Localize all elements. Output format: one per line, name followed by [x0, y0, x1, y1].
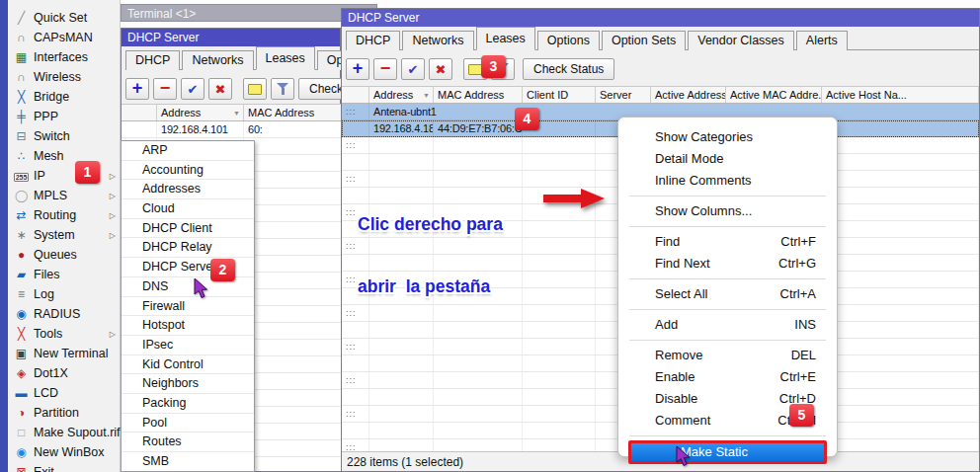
mesh-icon: ∴: [13, 150, 30, 162]
submenu-item-neighbors[interactable]: Neighbors: [122, 374, 254, 394]
submenu-item-cloud[interactable]: Cloud: [122, 199, 254, 219]
table-row[interactable]: 192.168.4.10160:: [122, 121, 342, 138]
column-header-client-id[interactable]: Client ID: [523, 87, 596, 103]
menu-item-remove[interactable]: RemoveDEL: [618, 345, 837, 366]
ip-submenu: ARPAccountingAddressesCloudDHCP ClientDH…: [121, 140, 255, 472]
tab-leases[interactable]: Leases: [256, 46, 315, 70]
sidebar-item-mesh[interactable]: ∴Mesh: [8, 146, 120, 166]
sidebar-item-log[interactable]: ≡Log: [8, 284, 120, 304]
sidebar-item-mpls[interactable]: ◯MPLS▷: [8, 186, 120, 205]
disable-button[interactable]: ✖: [429, 58, 452, 80]
submenu-item-dhcp-client[interactable]: DHCP Client: [122, 219, 254, 239]
sidebar-item-system[interactable]: ∗System▷: [8, 225, 120, 245]
column-header-active-mac-addre-[interactable]: Active MAC Addre...: [726, 87, 822, 103]
remove-button[interactable]: −: [153, 78, 177, 100]
submenu-item-kid-control[interactable]: Kid Control: [122, 355, 254, 375]
tab-options[interactable]: Options: [537, 31, 600, 50]
column-header-mac[interactable]: MAC Address: [244, 105, 342, 120]
menu-item-inline-comments[interactable]: Inline Comments: [618, 170, 837, 192]
column-header-label: Address: [373, 89, 413, 101]
sidebar-item-ppp[interactable]: ╪PPP: [8, 107, 120, 126]
window-titlebar[interactable]: DHCP Server: [342, 9, 979, 27]
empty-cell: [523, 255, 596, 271]
sidebar-item-queues[interactable]: ●Queues: [8, 245, 120, 265]
submenu-item-arp[interactable]: ARP: [122, 141, 254, 161]
column-header-address[interactable]: Address▼: [157, 105, 244, 120]
column-header-active-host-na-[interactable]: Active Host Na...: [822, 87, 979, 103]
menu-item-add[interactable]: AddINS: [618, 314, 837, 336]
sidebar-item-interfaces[interactable]: ▦Interfaces: [8, 47, 120, 67]
add-button[interactable]: +: [125, 78, 149, 100]
column-header-address[interactable]: Address▼: [369, 87, 434, 103]
tab-leases[interactable]: Leases: [476, 27, 535, 50]
enable-button[interactable]: ✔: [401, 58, 425, 80]
terminal-window-titlebar[interactable]: Terminal <1>: [121, 4, 377, 22]
menu-item-make-static[interactable]: Make Static: [628, 440, 827, 464]
column-header-handle[interactable]: [122, 105, 157, 120]
menu-item-show-categories[interactable]: Show Categories: [618, 126, 837, 148]
filter-button[interactable]: [271, 78, 294, 100]
menu-item-find-next[interactable]: Find NextCtrl+G: [618, 253, 837, 275]
mpls-icon: ◯: [13, 190, 30, 201]
menu-item-detail-mode[interactable]: Detail Mode: [618, 148, 837, 170]
sidebar-item-new-winbox[interactable]: ◉New WinBox: [8, 442, 120, 462]
add-button[interactable]: +: [346, 58, 369, 80]
column-header-active-address[interactable]: Active Address: [651, 87, 726, 103]
column-header-mac-address[interactable]: MAC Address: [434, 87, 523, 103]
ppp-icon: ╪: [13, 111, 30, 122]
sidebar-item-label: Queues: [30, 248, 77, 262]
tab-vendor-classes[interactable]: Vendor Classes: [688, 31, 794, 50]
submenu-item-dhcp-relay[interactable]: DHCP Relay: [122, 238, 254, 258]
column-header-handle[interactable]: [342, 87, 369, 103]
tab-dhcp[interactable]: DHCP: [125, 50, 180, 70]
sidebar-item-new-terminal[interactable]: ▣New Terminal: [8, 344, 120, 363]
submenu-item-routes[interactable]: Routes: [122, 433, 254, 452]
tab-alerts[interactable]: Alerts: [796, 31, 848, 50]
sidebar-item-capsman[interactable]: ∩CAPsMAN: [8, 28, 120, 47]
enable-button[interactable]: ✔: [181, 78, 204, 100]
submenu-item-packing[interactable]: Packing: [122, 394, 254, 414]
sidebar-item-switch[interactable]: ⊟Switch: [8, 126, 120, 146]
submenu-item-addresses[interactable]: Addresses: [122, 180, 254, 199]
sidebar-item-quick-set[interactable]: ╱Quick Set: [8, 8, 120, 28]
submenu-item-hotspot[interactable]: Hotspot: [122, 316, 254, 336]
sidebar-item-wireless[interactable]: ∩Wireless: [8, 67, 120, 87]
sidebar-item-radius[interactable]: ◉RADIUS: [8, 304, 120, 324]
menu-item-select-all[interactable]: Select AllCtrl+A: [618, 283, 837, 305]
remove-button[interactable]: −: [373, 58, 397, 80]
sidebar-item-exit[interactable]: ⊠Exit: [8, 462, 120, 472]
sidebar-item-partition[interactable]: ◑Partition: [8, 403, 120, 423]
menu-separator: [629, 196, 826, 197]
submenu-item-smb[interactable]: SMB: [122, 452, 254, 472]
submenu-item-firewall[interactable]: Firewall: [122, 297, 254, 317]
tab-networks[interactable]: Networks: [402, 31, 473, 50]
column-header-server[interactable]: Server: [596, 87, 651, 103]
menu-item-show-columns-[interactable]: Show Columns...: [618, 200, 837, 222]
window-titlebar[interactable]: DHCP Server: [122, 29, 340, 46]
menu-item-find[interactable]: FindCtrl+F: [618, 231, 837, 253]
comment-button[interactable]: [243, 78, 267, 100]
tab-networks[interactable]: Networks: [182, 50, 253, 70]
empty-cell: [369, 137, 434, 153]
sidebar-item-bridge[interactable]: ╳Bridge: [8, 87, 120, 107]
empty-cell: [369, 355, 434, 371]
empty-cell: [822, 238, 979, 254]
disable-button[interactable]: ✖: [208, 78, 232, 100]
submenu-item-ipsec[interactable]: IPsec: [122, 336, 254, 355]
sidebar-item-dot1x[interactable]: ◈Dot1X: [8, 363, 120, 383]
submenu-item-pool[interactable]: Pool: [122, 414, 254, 433]
check-status-button[interactable]: Check Status: [523, 58, 614, 80]
sidebar-item-lcd[interactable]: ▬LCD: [8, 383, 120, 403]
tab-dhcp[interactable]: DHCP: [346, 31, 400, 50]
menu-item-enable[interactable]: EnableCtrl+E: [618, 366, 837, 388]
sidebar-item-files[interactable]: ▰Files: [8, 265, 120, 284]
sidebar-item-make-supout-rif[interactable]: □Make Supout.rif: [8, 423, 120, 442]
sidebar-item-ip[interactable]: 255IP▷: [8, 166, 120, 186]
empty-cell: [244, 138, 342, 154]
tab-option-sets[interactable]: Option Sets: [602, 31, 686, 50]
sidebar-item-routing[interactable]: ⇄Routing▷: [8, 205, 120, 225]
sidebar-item-tools[interactable]: ╳Tools▷: [8, 324, 120, 344]
submenu-item-dns[interactable]: DNS: [122, 277, 254, 297]
submenu-item-accounting[interactable]: Accounting: [122, 161, 254, 181]
menu-item-shortcut: DEL: [791, 345, 816, 366]
